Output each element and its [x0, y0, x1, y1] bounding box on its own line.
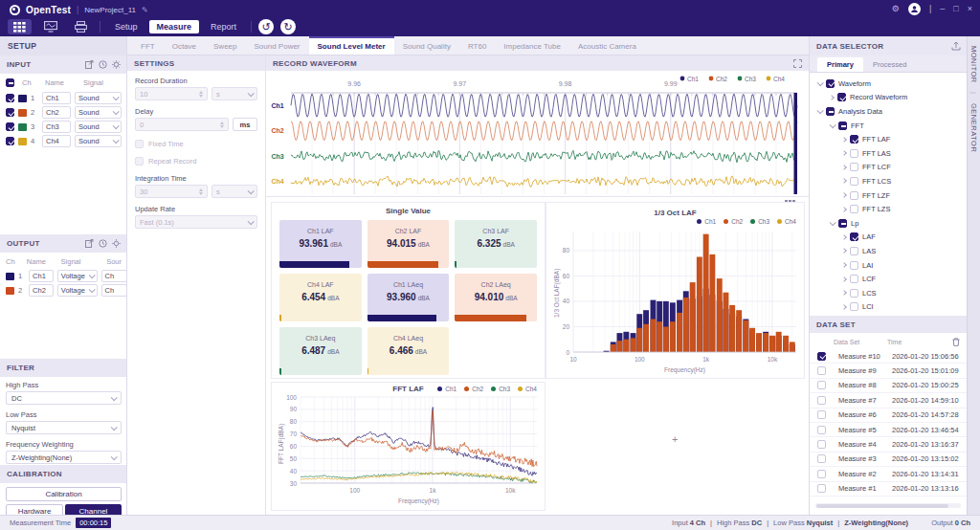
data-set-checkbox[interactable]: [817, 381, 826, 389]
data-set-checkbox[interactable]: [817, 366, 826, 375]
tree-expand-icon[interactable]: [841, 179, 847, 185]
hardware-tab-button[interactable]: Hardware: [6, 504, 63, 515]
channel-signal-select[interactable]: Voltage: [57, 270, 98, 282]
nav-report[interactable]: Report: [203, 20, 244, 33]
tree-item[interactable]: FFT LAF: [817, 132, 967, 146]
tree-item[interactable]: FFT LCS: [817, 174, 967, 188]
integration-time-input[interactable]: 30: [135, 185, 208, 198]
data-set-checkbox[interactable]: [817, 426, 826, 434]
tree-collapse-icon[interactable]: [830, 219, 836, 226]
channel-name-input[interactable]: Ch3: [42, 121, 71, 133]
record-waveform-chart[interactable]: 9.969.979.989.99Ch1Ch2Ch3Ch4Ch1Ch2Ch3Ch4: [266, 71, 809, 196]
data-selector-tab-processed[interactable]: Processed: [863, 57, 916, 72]
tree-checkbox[interactable]: [850, 191, 858, 200]
tab-octave[interactable]: Octave: [164, 36, 205, 55]
gear-icon[interactable]: [112, 239, 121, 248]
tree-checkbox[interactable]: [850, 149, 858, 158]
tab-sound-level-meter[interactable]: Sound Level Meter: [309, 36, 394, 55]
delay-input[interactable]: 0: [135, 118, 229, 131]
integration-time-unit-select[interactable]: s: [212, 185, 257, 198]
horizontal-scrollbar[interactable]: [815, 503, 961, 508]
tree-item[interactable]: LCS: [817, 286, 967, 300]
tree-expand-icon[interactable]: [841, 192, 847, 198]
tree-item[interactable]: FFT LZS: [817, 202, 967, 216]
tree-checkbox[interactable]: [838, 121, 847, 130]
maximize-button[interactable]: □: [953, 4, 958, 13]
filter-field-select[interactable]: Z-Weighting(None): [6, 451, 122, 464]
tree-checkbox[interactable]: [850, 275, 858, 283]
input-select-all-checkbox[interactable]: [6, 78, 14, 87]
stepper-icon[interactable]: [220, 121, 224, 128]
tree-expand-icon[interactable]: [841, 304, 847, 310]
record-duration-input[interactable]: 10: [135, 87, 208, 100]
channel-signal-select[interactable]: Sound: [75, 106, 122, 119]
redo-button[interactable]: ↻: [280, 19, 296, 34]
tab-acoustic-camera[interactable]: Acoustic Camera: [569, 36, 645, 55]
history-icon[interactable]: [99, 239, 107, 248]
user-avatar[interactable]: [908, 3, 921, 15]
nav-measure[interactable]: Measure: [149, 20, 200, 33]
tree-checkbox[interactable]: [850, 177, 858, 186]
minimize-button[interactable]: –: [940, 4, 945, 13]
data-set-row[interactable]: Measure #42026-01-20 13:16:37: [810, 437, 967, 452]
channel-name-input[interactable]: Ch1: [29, 270, 54, 282]
tree-checkbox[interactable]: [850, 302, 858, 311]
channel-name-input[interactable]: Ch2: [29, 284, 54, 297]
data-set-row[interactable]: Measure #82026-01-20 15:00:25: [810, 379, 967, 393]
trash-icon[interactable]: [952, 338, 960, 346]
channel-name-input[interactable]: Ch4: [42, 135, 71, 147]
data-set-checkbox[interactable]: [817, 470, 826, 478]
tree-collapse-icon[interactable]: [817, 79, 824, 86]
channel-source-input[interactable]: Ch: [101, 284, 127, 297]
tab-sweep[interactable]: Sweep: [205, 36, 245, 55]
tree-expand-icon[interactable]: [841, 234, 847, 240]
record-duration-unit-select[interactable]: s: [212, 87, 257, 100]
data-set-row[interactable]: Measure #12026-01-20 13:13:16: [810, 482, 967, 497]
channel-signal-select[interactable]: Sound: [75, 135, 122, 147]
data-set-checkbox[interactable]: [817, 352, 826, 361]
tab-fft[interactable]: FFT: [132, 36, 164, 55]
history-icon[interactable]: [99, 60, 107, 69]
channel-checkbox[interactable]: [6, 122, 14, 131]
report-print-button[interactable]: [69, 19, 93, 34]
tree-item[interactable]: FFT LAS: [817, 146, 967, 161]
tree-collapse-icon[interactable]: [830, 121, 836, 128]
tree-expand-icon[interactable]: [841, 137, 847, 143]
tree-item[interactable]: Analysis Data: [817, 104, 967, 119]
tree-checkbox[interactable]: [850, 289, 858, 298]
tree-checkbox[interactable]: [837, 93, 846, 101]
tab-sound-power[interactable]: Sound Power: [245, 36, 308, 55]
tree-expand-icon[interactable]: [841, 207, 847, 212]
monitor-view-button[interactable]: [38, 19, 62, 34]
gear-icon[interactable]: [112, 60, 121, 69]
channel-signal-select[interactable]: Voltage: [57, 284, 98, 297]
stepper-icon[interactable]: [199, 188, 203, 195]
tree-item[interactable]: Record Waveform: [817, 91, 967, 105]
tree-item[interactable]: LAF: [817, 231, 967, 245]
data-set-checkbox[interactable]: [817, 484, 826, 493]
undo-button[interactable]: ↺: [258, 19, 274, 34]
data-set-checkbox[interactable]: [817, 440, 826, 449]
tree-expand-icon[interactable]: [829, 95, 835, 100]
settings-gear-icon[interactable]: ⚙: [892, 4, 900, 13]
tree-item[interactable]: FFT LCF: [817, 161, 967, 175]
tree-checkbox[interactable]: [826, 107, 835, 116]
data-selector-tab-primary[interactable]: Primary: [817, 57, 863, 72]
tab-impedance-tube[interactable]: Impedance Tube: [495, 36, 569, 55]
data-set-row[interactable]: Measure #32026-01-20 13:15:02: [810, 453, 967, 467]
data-set-checkbox[interactable]: [817, 396, 826, 405]
tree-item[interactable]: LAI: [817, 258, 967, 273]
expand-icon[interactable]: [793, 59, 802, 68]
filter-field-select[interactable]: DC: [6, 391, 122, 405]
channel-source-input[interactable]: Ch: [101, 270, 127, 282]
tree-checkbox[interactable]: [826, 79, 835, 88]
channel-signal-select[interactable]: Sound: [75, 92, 122, 104]
tab-sound-quality[interactable]: Sound Quality: [394, 36, 459, 55]
data-set-row[interactable]: Measure #52026-01-20 13:46:54: [810, 423, 967, 437]
third-oct-chart[interactable]: 020406080101001k10kFrequency(Hz): [546, 228, 806, 377]
tree-item[interactable]: LCI: [817, 300, 967, 315]
tree-collapse-icon[interactable]: [817, 107, 824, 114]
export-icon[interactable]: [85, 239, 94, 248]
tree-checkbox[interactable]: [850, 163, 858, 171]
generator-side-tab[interactable]: GENERATOR: [969, 103, 978, 152]
